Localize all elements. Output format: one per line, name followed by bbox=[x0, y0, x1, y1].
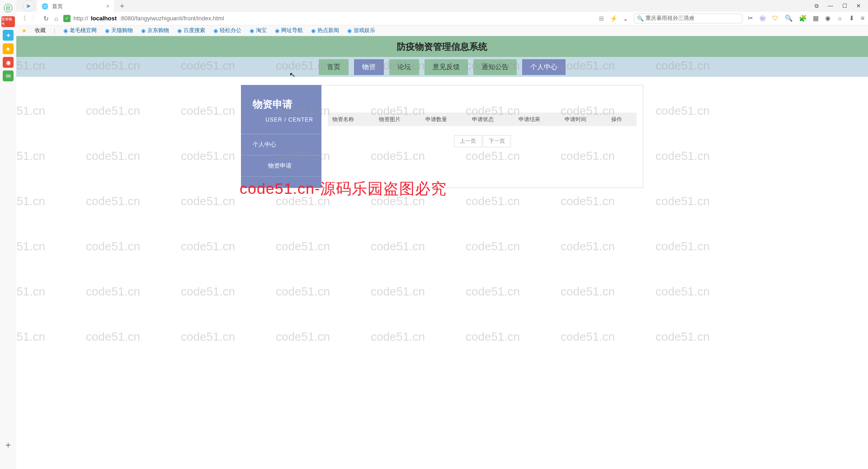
watermark-bg: code51.cn bbox=[276, 239, 330, 253]
bookmark-item-7[interactable]: ◉热点新闻 bbox=[311, 27, 339, 34]
url-host: localhost bbox=[91, 15, 117, 22]
pager-prev[interactable]: 上一页 bbox=[454, 135, 482, 147]
browser-tab[interactable]: 🌐 首页 × bbox=[37, 0, 114, 12]
window-minimize-icon[interactable]: — bbox=[828, 3, 833, 9]
bolt-icon[interactable]: ⚡ bbox=[610, 15, 618, 22]
sidebar-item-user-center[interactable]: 个人中心 bbox=[241, 134, 321, 155]
watermark-bg: code51.cn bbox=[656, 330, 710, 344]
watermark-bg: code51.cn bbox=[561, 330, 615, 344]
watermark-bg: code51.cn bbox=[86, 239, 140, 253]
home-icon[interactable]: ⌂ bbox=[54, 15, 58, 22]
watermark-bg: code51.cn bbox=[86, 194, 140, 208]
sidebar-title: 物资申请 bbox=[241, 85, 321, 114]
nav-notice[interactable]: 通知公告 bbox=[473, 59, 517, 75]
watermark-bg: code51.cn bbox=[466, 330, 520, 344]
forward-icon[interactable]: 〉 bbox=[32, 14, 38, 23]
sidebar-subtitle: USER / CENTER bbox=[241, 114, 321, 134]
window-maximize-icon[interactable]: ☐ bbox=[842, 3, 847, 9]
watermark-bg: code51.cn bbox=[656, 285, 710, 299]
url-rest: :8080/fangyiwuzhiguanli/front/index.html bbox=[119, 15, 224, 22]
window-pip-icon[interactable]: ⧉ bbox=[815, 3, 819, 9]
back-icon[interactable]: 〈 bbox=[20, 14, 26, 23]
browser-left-rail: ⓔ 登录账号 ✦ ★ ◉ ✉ ＋ bbox=[0, 0, 16, 469]
globe-icon: ◉ bbox=[105, 28, 109, 34]
th-image: 物资图片 bbox=[374, 116, 421, 123]
chevron-down-icon[interactable]: ⌄ bbox=[623, 15, 628, 22]
watermark-bg: code51.cn bbox=[466, 239, 520, 253]
rail-add[interactable]: ＋ bbox=[4, 439, 13, 451]
tab-title: 首页 bbox=[52, 3, 63, 10]
search-placeholder: 重庆暴雨祖孙三遇难 bbox=[646, 14, 694, 22]
bookmark-item-0[interactable]: ◉老毛桃官网 bbox=[63, 27, 97, 34]
close-icon[interactable]: × bbox=[106, 3, 109, 9]
address-bar: 〈 〉 ↻ ⌂ ✓ http://localhost:8080/fangyiwu… bbox=[16, 12, 868, 25]
site-banner: 防疫物资管理信息系统 bbox=[16, 36, 868, 57]
search-input[interactable]: 🔍 重庆暴雨祖孙三遇难 bbox=[634, 14, 742, 23]
bookmark-item-4[interactable]: ◉轻松办公 bbox=[213, 27, 241, 34]
tool-search-icon[interactable]: 🔍 bbox=[785, 14, 793, 23]
sidebar-item-material-apply[interactable]: 物资申请 bbox=[241, 155, 321, 177]
shield-icon: ✓ bbox=[63, 15, 71, 22]
globe-icon: ◉ bbox=[347, 28, 352, 34]
globe-icon: ◉ bbox=[250, 28, 254, 34]
sec-shield-icon[interactable]: 🛡 bbox=[772, 14, 778, 23]
rail-app-4[interactable]: ✉ bbox=[3, 70, 14, 81]
watermark-bg: code51.cn bbox=[561, 194, 615, 208]
bookmark-item-3[interactable]: ◉百度搜索 bbox=[177, 27, 205, 34]
banner-title: 防疫物资管理信息系统 bbox=[397, 41, 487, 53]
nav-user-center[interactable]: 个人中心 bbox=[522, 59, 566, 75]
watermark-bg: code51.cn bbox=[466, 194, 520, 208]
main-panel: 物资名称 物资图片 申请数量 申请状态 申请结果 申请时间 操作 上一页 下一页 bbox=[321, 85, 643, 188]
translate-icon[interactable]: ㊙ bbox=[760, 14, 766, 23]
globe-icon: ◉ bbox=[213, 28, 218, 34]
th-result: 申请结果 bbox=[514, 116, 561, 123]
globe-icon: ◉ bbox=[63, 28, 68, 34]
watermark-large: code51.cn-源码乐园盗图必究 bbox=[240, 178, 447, 199]
rail-app-1[interactable]: ✦ bbox=[3, 30, 14, 41]
url-field[interactable]: ✓ http://localhost:8080/fangyiwuzhiguanl… bbox=[63, 15, 353, 22]
active-tab-icon[interactable]: ➤ bbox=[23, 0, 34, 12]
rail-app-3[interactable]: ◉ bbox=[3, 57, 14, 68]
nav-materials[interactable]: 物资 bbox=[354, 59, 384, 75]
scissors-icon[interactable]: ✂ bbox=[748, 14, 753, 23]
puzzle-icon[interactable]: 🧩 bbox=[799, 14, 807, 23]
nav-forum[interactable]: 论坛 bbox=[389, 59, 419, 75]
bookmark-fav-label[interactable]: 收藏 bbox=[35, 27, 46, 34]
th-qty: 申请数量 bbox=[421, 116, 467, 123]
rail-badge: 登录账号 bbox=[1, 16, 15, 27]
qr-icon[interactable]: 𝌆 bbox=[599, 15, 604, 22]
bookmark-bar: ★ 收藏 | ◉老毛桃官网◉天猫购物◉京东购物◉百度搜索◉轻松办公◉淘宝◉网址导… bbox=[16, 25, 868, 36]
bookmark-item-2[interactable]: ◉京东购物 bbox=[141, 27, 169, 34]
bookmark-item-8[interactable]: ◉游戏娱乐 bbox=[347, 27, 375, 34]
nav-home[interactable]: 首页 bbox=[319, 59, 349, 75]
globe-icon: ◉ bbox=[275, 28, 279, 34]
watermark-bg: code51.cn bbox=[656, 194, 710, 208]
rail-logo: ⓔ bbox=[3, 3, 14, 14]
reload-icon[interactable]: ↻ bbox=[43, 15, 49, 22]
sidebar: 物资申请 USER / CENTER 个人中心 物资申请 bbox=[241, 85, 321, 188]
url-prefix: http:// bbox=[73, 15, 88, 22]
watermark-bg: code51.cn bbox=[561, 239, 615, 253]
grid-icon[interactable]: ▦ bbox=[813, 14, 819, 23]
table-header: 物资名称 物资图片 申请数量 申请状态 申请结果 申请时间 操作 bbox=[328, 113, 637, 126]
rail-app-2[interactable]: ★ bbox=[3, 43, 14, 54]
watermark-bg: code51.cn bbox=[181, 285, 235, 299]
watermark-bg: code51.cn bbox=[466, 285, 520, 299]
new-tab-button[interactable]: ＋ bbox=[118, 1, 126, 11]
menu-icon[interactable]: ≡ bbox=[861, 14, 864, 23]
bookmark-item-5[interactable]: ◉淘宝 bbox=[250, 27, 267, 34]
theme-icon[interactable]: ☼ bbox=[837, 14, 843, 23]
bookmark-item-6[interactable]: ◉网址导航 bbox=[275, 27, 303, 34]
main-nav: 首页 物资 论坛 意见反馈 通知公告 个人中心 bbox=[16, 57, 868, 77]
globe2-icon[interactable]: ◉ bbox=[825, 14, 830, 23]
watermark-bg: code51.cn bbox=[656, 239, 710, 253]
bookmark-item-1[interactable]: ◉天猫购物 bbox=[105, 27, 133, 34]
star-icon: ★ bbox=[22, 28, 27, 34]
window-close-icon[interactable]: ✕ bbox=[856, 3, 861, 9]
nav-feedback[interactable]: 意见反馈 bbox=[425, 59, 468, 75]
pager-next[interactable]: 下一页 bbox=[483, 135, 511, 147]
download-icon[interactable]: ⬇ bbox=[849, 14, 854, 23]
watermark-bg: code51.cn bbox=[561, 285, 615, 299]
globe-icon: ◉ bbox=[141, 28, 146, 34]
globe-icon: ◉ bbox=[177, 28, 182, 34]
